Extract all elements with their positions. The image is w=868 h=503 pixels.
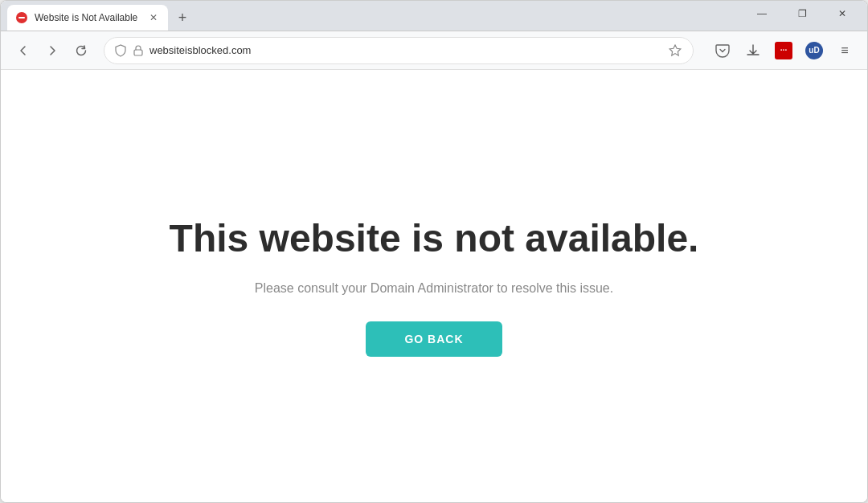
menu-button[interactable]: ≡ — [832, 38, 858, 63]
download-button[interactable] — [740, 38, 766, 63]
address-bar[interactable]: websiteisblocked.com — [104, 37, 694, 64]
navigation-bar: websiteisblocked.com — [1, 31, 867, 70]
shield-icon — [114, 44, 127, 57]
window-controls: — ❐ ✕ — [743, 2, 861, 26]
forward-button[interactable] — [39, 38, 65, 63]
error-favicon-icon — [16, 12, 27, 23]
pocket-button[interactable] — [710, 38, 735, 63]
svg-rect-0 — [134, 50, 142, 55]
red-extension-button[interactable]: ··· — [771, 38, 796, 63]
blue-extension-icon: uD — [805, 42, 823, 59]
red-extension-icon: ··· — [775, 42, 792, 59]
browser-tab[interactable]: Website is Not Available ✕ — [7, 5, 168, 31]
lock-icon — [132, 44, 145, 57]
go-back-button[interactable]: GO BACK — [366, 321, 502, 357]
close-button[interactable]: ✕ — [824, 2, 861, 26]
bookmark-star-icon[interactable] — [667, 43, 683, 59]
page-content: This website is not available. Please co… — [1, 70, 867, 502]
tab-favicon — [15, 11, 28, 24]
maximize-button[interactable]: ❐ — [784, 2, 821, 26]
new-tab-button[interactable]: + — [171, 6, 194, 29]
error-subtext: Please consult your Domain Administrator… — [255, 281, 613, 296]
tab-title: Website is Not Available — [35, 12, 141, 23]
url-display: websiteisblocked.com — [149, 44, 662, 56]
reload-button[interactable] — [68, 38, 94, 63]
tab-close-button[interactable]: ✕ — [147, 11, 160, 24]
toolbar-icons: ··· uD ≡ — [710, 38, 858, 63]
address-bar-container: websiteisblocked.com — [104, 37, 694, 64]
title-bar: Website is Not Available ✕ + — ❐ ✕ — [1, 1, 867, 31]
blue-extension-button[interactable]: uD — [801, 38, 827, 63]
back-button[interactable] — [10, 38, 36, 63]
browser-window: Website is Not Available ✕ + — ❐ ✕ — [0, 0, 868, 503]
minimize-button[interactable]: — — [743, 2, 780, 26]
error-heading: This website is not available. — [170, 215, 699, 262]
